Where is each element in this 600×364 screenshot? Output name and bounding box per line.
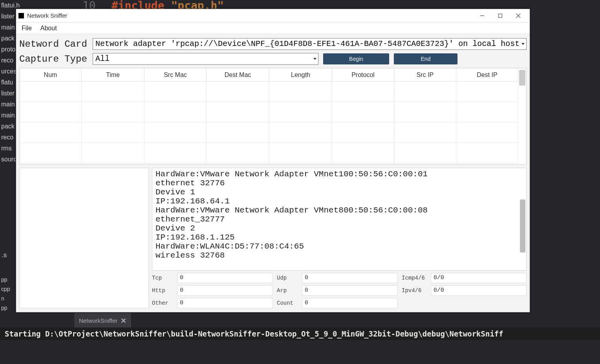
- minimize-icon: [480, 13, 485, 18]
- bg-sidebar-item: reco: [0, 55, 16, 66]
- lower-pane: HardWare:VMware Network Adapter VMnet100…: [19, 168, 527, 308]
- bg-sidebar-item: lister: [0, 88, 16, 99]
- stats-grid: Tcp 0 Udp 0 Icmp4/6 0/0 Http 0 Arp 0 Ipv…: [152, 273, 527, 308]
- bg-sidebar-item: lister: [0, 11, 16, 22]
- menubar: File About: [16, 22, 530, 34]
- menu-file[interactable]: File: [18, 23, 36, 33]
- stat-count-label: Count: [277, 298, 298, 308]
- stat-udp-value: 0: [302, 273, 398, 283]
- begin-button[interactable]: Begin: [323, 53, 389, 64]
- device-log-panel[interactable]: HardWare:VMware Network Adapter VMnet100…: [152, 168, 527, 271]
- maximize-button[interactable]: [491, 10, 509, 22]
- th-length[interactable]: Length: [269, 68, 332, 82]
- log-scrollbar[interactable]: [520, 199, 525, 252]
- minimize-button[interactable]: [473, 10, 491, 22]
- bg-sidebar-item: sourc: [0, 154, 16, 165]
- packet-tree-panel[interactable]: [19, 168, 149, 308]
- network-card-select[interactable]: Network adapter 'rpcap://\Device\NPF_{01…: [93, 38, 527, 50]
- close-icon[interactable]: ✕: [121, 316, 126, 325]
- bg-lower-item: pp: [0, 303, 16, 313]
- close-icon: [516, 13, 521, 18]
- bg-lower-label: .s: [0, 251, 7, 259]
- capture-type-select[interactable]: All: [93, 53, 318, 65]
- packet-table[interactable]: Num Time Src Mac Dest Mac Length Protoco…: [19, 68, 527, 165]
- bg-console-tab[interactable]: NetworkSniffer ✕: [75, 313, 131, 327]
- app-icon: [18, 13, 24, 18]
- bg-sidebar-item: main: [0, 22, 16, 33]
- close-button[interactable]: [509, 10, 527, 22]
- menu-about[interactable]: About: [37, 23, 61, 33]
- stat-tcp-value: 0: [177, 273, 273, 283]
- stat-arp-label: Arp: [277, 285, 298, 296]
- window-title: Network Sniffer: [27, 12, 67, 19]
- bg-sidebar-item: flatu: [0, 77, 16, 88]
- maximize-icon: [498, 13, 503, 18]
- th-time[interactable]: Time: [82, 68, 145, 82]
- device-log-text: HardWare:VMware Network Adapter VMnet100…: [155, 170, 428, 260]
- stat-other-value: 0: [177, 298, 273, 308]
- stat-arp-value: 0: [302, 285, 398, 296]
- bg-sidebar-item: pack: [0, 121, 16, 132]
- network-card-row: Netword Card Network adapter 'rpcap://\D…: [19, 38, 527, 50]
- packet-table-body: [20, 82, 526, 164]
- capture-type-label: Capture Type: [19, 54, 88, 64]
- bg-console-output: Starting D:\OtProject\NetworkSniffer\bui…: [0, 327, 600, 340]
- titlebar[interactable]: Network Sniffer: [16, 9, 530, 22]
- capture-type-row: Capture Type All Begin End: [19, 53, 527, 65]
- stat-udp-label: Udp: [277, 273, 298, 283]
- bg-project-sidebar: flatui.h lister main pack proto reco urc…: [0, 0, 16, 267]
- bg-sidebar-item: urces: [0, 66, 16, 77]
- stat-http-label: Http: [152, 285, 173, 296]
- stat-other-label: Other: [152, 298, 173, 308]
- stat-icmp-label: Icmp4/6: [402, 273, 427, 283]
- bg-sidebar-item: proto: [0, 44, 16, 55]
- th-num[interactable]: Num: [20, 68, 82, 82]
- bg-lower-sidebar: pp cpp n pp: [0, 275, 16, 313]
- bg-sidebar-item: pack: [0, 33, 16, 44]
- table-scrollbar[interactable]: [519, 70, 525, 86]
- stat-ipv-label: Ipv4/6: [402, 285, 427, 296]
- bg-console-tab-label: NetworkSniffer: [79, 317, 117, 324]
- svg-rect-1: [499, 14, 502, 17]
- stat-ipv-value: 0/0: [431, 285, 527, 296]
- bg-sidebar-item: flatui.h: [0, 0, 16, 11]
- stat-tcp-label: Tcp: [152, 273, 173, 283]
- th-srcip[interactable]: Src IP: [394, 68, 456, 82]
- th-protocol[interactable]: Protocol: [332, 68, 394, 82]
- stat-http-value: 0: [177, 285, 273, 296]
- app-window: Network Sniffer File About Netword Card …: [16, 9, 530, 313]
- stat-icmp-value: 0/0: [431, 273, 527, 283]
- th-destip[interactable]: Dest IP: [456, 68, 518, 82]
- network-card-value: Network adapter 'rpcap://\Device\NPF_{01…: [95, 39, 520, 48]
- content-area: Netword Card Network adapter 'rpcap://\D…: [16, 34, 530, 312]
- th-destmac[interactable]: Dest Mac: [207, 68, 269, 82]
- bg-sidebar-item: reco: [0, 132, 16, 143]
- bg-sidebar-item: rms: [0, 143, 16, 154]
- packet-table-header: Num Time Src Mac Dest Mac Length Protoco…: [20, 68, 526, 82]
- bg-lower-item: n: [0, 294, 16, 303]
- bg-sidebar-item: main: [0, 110, 16, 121]
- stat-count-value: 0: [302, 298, 398, 308]
- end-button[interactable]: End: [394, 53, 457, 64]
- bg-lower-item: cpp: [0, 284, 16, 294]
- capture-type-value: All: [95, 54, 110, 63]
- network-card-label: Netword Card: [19, 39, 88, 49]
- th-srcmac[interactable]: Src Mac: [145, 68, 207, 82]
- bg-sidebar-item: main: [0, 99, 16, 110]
- bg-lower-item: pp: [0, 275, 16, 284]
